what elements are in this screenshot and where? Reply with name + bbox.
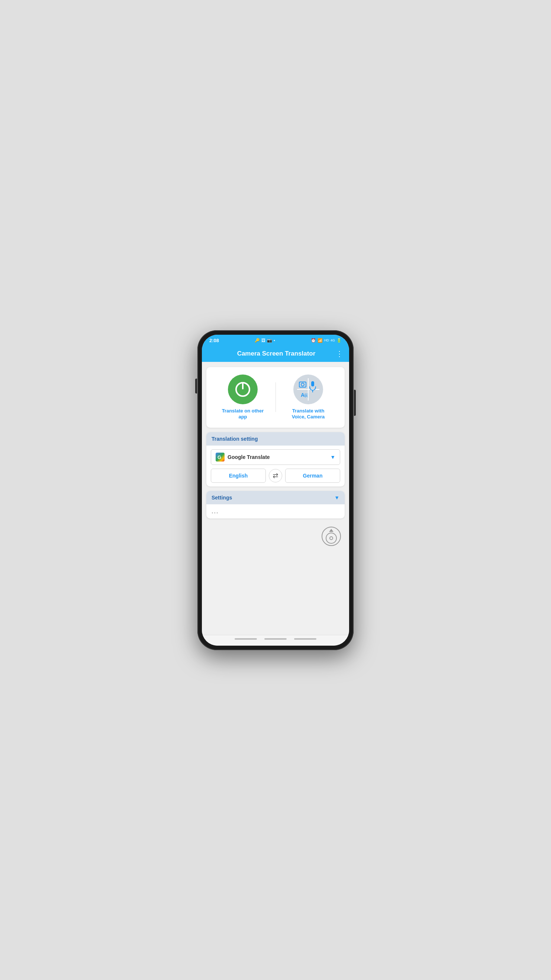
translate-voice-camera-button[interactable]: A 荻 Translate with Voice, Camera <box>280 374 337 421</box>
swap-languages-button[interactable] <box>269 469 282 482</box>
svg-text:G: G <box>218 455 221 460</box>
phone-frame: 2:08 🔑 🖼 📷 • ⏰ 📶 HD 4G 🔋 Camera Screen T… <box>197 330 354 650</box>
bottom-nav-bar <box>202 635 349 646</box>
main-content: Translate on other app <box>202 362 349 635</box>
phone-screen: 2:08 🔑 🖼 📷 • ⏰ 📶 HD 4G 🔋 Camera Screen T… <box>202 335 349 646</box>
fab-area <box>206 523 345 546</box>
app-bar: Camera Screen Translator ⋮ <box>202 345 349 362</box>
key-icon: 🔑 <box>255 338 260 343</box>
translation-setting-body: G Google Translate ▼ English <box>206 445 345 487</box>
nav-pill-center <box>264 638 287 640</box>
camera-voice-icon: A 荻 <box>293 374 323 404</box>
nav-pill-left <box>235 638 257 640</box>
battery-icon: 🔋 <box>337 338 342 343</box>
translation-setting-title: Translation setting <box>211 436 258 442</box>
translate-other-app-button[interactable]: Translate on other app <box>214 374 272 421</box>
settings-dots: ... <box>206 504 345 519</box>
power-icon <box>228 374 258 404</box>
hd-icon: HD <box>324 339 329 342</box>
status-time: 2:08 <box>209 338 219 343</box>
action-buttons-card: Translate on other app <box>206 367 345 428</box>
settings-title: Settings <box>211 495 232 501</box>
status-icons-left: 🔑 🖼 📷 • <box>255 338 275 343</box>
translator-dropdown[interactable]: G Google Translate ▼ <box>211 449 340 465</box>
translator-dropdown-chevron: ▼ <box>330 454 335 460</box>
status-icons-right: ⏰ 📶 HD 4G 🔋 <box>311 338 342 343</box>
power-svg <box>234 380 252 398</box>
app-title: Camera Screen Translator <box>217 350 336 357</box>
source-language-button[interactable]: English <box>211 469 266 483</box>
wifi-icon: 📶 <box>318 338 323 343</box>
translator-left: G Google Translate <box>216 453 270 461</box>
svg-rect-8 <box>311 381 314 387</box>
fab-inner-circle <box>326 533 337 544</box>
fab-arrow-up-icon <box>329 529 333 532</box>
target-language-button[interactable]: German <box>285 469 340 483</box>
camera-icon: 📷 <box>267 338 272 343</box>
translation-setting-header: Translation setting <box>206 432 345 445</box>
floating-action-button[interactable] <box>322 527 341 546</box>
alarm-icon: ⏰ <box>311 338 316 343</box>
status-bar: 2:08 🔑 🖼 📷 • ⏰ 📶 HD 4G 🔋 <box>202 335 349 345</box>
fab-dot <box>329 536 333 540</box>
settings-chevron-icon: ▼ <box>334 495 340 501</box>
content-spacer <box>206 550 345 629</box>
language-row: English German <box>211 469 340 483</box>
image-icon: 🖼 <box>261 338 265 342</box>
settings-section: Settings ▼ ... <box>206 491 345 519</box>
swap-icon <box>272 472 279 479</box>
card-divider <box>275 382 276 412</box>
translator-name: Google Translate <box>227 454 270 460</box>
google-translate-icon: G <box>216 453 225 461</box>
nav-pill-right <box>294 638 316 640</box>
svg-point-5 <box>301 383 304 386</box>
translation-setting-panel: Translation setting G Google Translate <box>206 432 345 487</box>
dot-icon: • <box>274 338 275 342</box>
translate-voice-camera-label: Translate with Voice, Camera <box>292 408 325 421</box>
settings-header[interactable]: Settings ▼ <box>206 491 345 504</box>
4g-icon: 4G <box>330 339 335 342</box>
camera-voice-svg: A 荻 <box>297 378 319 401</box>
svg-text:荻: 荻 <box>304 393 308 398</box>
translate-other-app-label: Translate on other app <box>222 408 264 421</box>
more-menu-icon[interactable]: ⋮ <box>336 349 343 358</box>
